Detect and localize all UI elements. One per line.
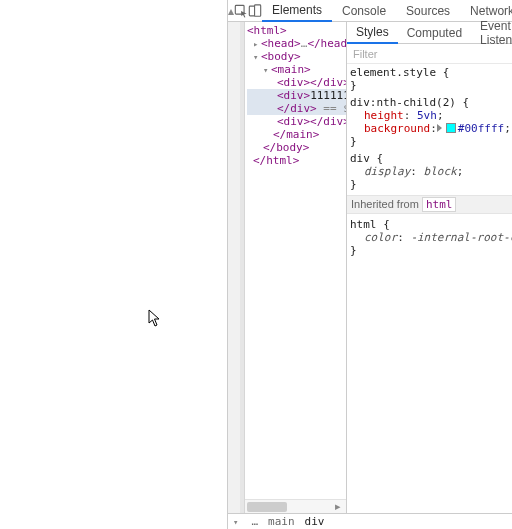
- dom-node-div2-close[interactable]: </div> == $0: [247, 102, 346, 115]
- css-rules-list[interactable]: element.style { } div:nth-child(2) { hei…: [347, 64, 512, 513]
- decl-display[interactable]: display: block;: [350, 165, 509, 178]
- breadcrumb-ellipsis[interactable]: …: [251, 515, 258, 528]
- disclosure-down-icon[interactable]: [263, 63, 271, 77]
- dom-node-main[interactable]: <main>: [247, 63, 346, 76]
- devtools-body: <html> <head>…</head> <body> <main> <div…: [228, 22, 512, 513]
- dom-node-head[interactable]: <head>…</head>: [247, 37, 346, 50]
- rule-element-style[interactable]: element.style { }: [350, 66, 509, 92]
- dom-node-div1[interactable]: <div></div>: [247, 76, 346, 89]
- tab-console[interactable]: Console: [332, 0, 396, 21]
- dom-horizontal-scrollbar[interactable]: ▸: [245, 499, 346, 513]
- disclosure-right-icon[interactable]: [253, 37, 261, 51]
- inherited-source-tag[interactable]: html: [422, 197, 457, 212]
- tab-styles[interactable]: Styles: [347, 22, 398, 44]
- inspect-element-icon[interactable]: [234, 0, 248, 21]
- devtools-top-tabbar: ▴ Elements Console Sources Network: [228, 0, 512, 22]
- tab-computed[interactable]: Computed: [398, 22, 471, 43]
- scroll-right-arrow-icon[interactable]: ▸: [332, 500, 344, 513]
- decl-height[interactable]: height: 5vh;: [350, 109, 509, 122]
- dom-tree-pane: <html> <head>…</head> <body> <main> <div…: [228, 22, 347, 513]
- decl-color[interactable]: color: -internal-root-color;: [350, 231, 509, 244]
- rule-html[interactable]: html { color: -internal-root-color; }: [350, 218, 509, 257]
- styles-pane: Styles Computed Event Listeners Filter e…: [347, 22, 512, 513]
- dom-node-body-close[interactable]: </body>: [247, 141, 346, 154]
- color-swatch-icon[interactable]: [446, 123, 456, 133]
- rule-nth-child[interactable]: div:nth-child(2) { height: 5vh; backgrou…: [350, 96, 509, 148]
- devtools-panel: ▴ Elements Console Sources Network <html…: [228, 0, 512, 529]
- dom-node-html[interactable]: <html>: [247, 24, 346, 37]
- expand-shorthand-icon[interactable]: [437, 124, 442, 132]
- mouse-cursor: [148, 309, 160, 327]
- inherited-from-bar: Inherited from html: [347, 195, 512, 214]
- dom-gutter: [228, 22, 240, 513]
- dom-node-div2-selected[interactable]: ⋯ <div>111111: [247, 89, 346, 102]
- dom-node-div3[interactable]: <div></div>: [247, 115, 346, 128]
- styles-filter-input[interactable]: Filter: [347, 44, 512, 64]
- styles-tabbar: Styles Computed Event Listeners: [347, 22, 512, 44]
- devtools-tabs: Elements Console Sources Network: [262, 0, 512, 21]
- device-toolbar-icon[interactable]: [248, 0, 262, 21]
- tab-event-listeners[interactable]: Event Listeners: [471, 22, 512, 43]
- page-viewport[interactable]: [0, 0, 228, 529]
- scrollbar-thumb[interactable]: [247, 502, 287, 512]
- breadcrumb-div[interactable]: div: [305, 515, 325, 528]
- rule-div[interactable]: div { display: block; }: [350, 152, 509, 191]
- decl-background[interactable]: background:#00ffff;: [350, 122, 509, 135]
- dom-node-main-close[interactable]: </main>: [247, 128, 346, 141]
- disclosure-down-icon[interactable]: [253, 50, 261, 64]
- dom-separator: [240, 22, 245, 513]
- tab-elements[interactable]: Elements: [262, 0, 332, 22]
- dom-node-html-close[interactable]: </html>: [247, 154, 346, 167]
- dom-breadcrumbs[interactable]: ▾ … main div: [228, 513, 512, 529]
- tab-sources[interactable]: Sources: [396, 0, 460, 21]
- breadcrumb-expand-icon[interactable]: ▾: [230, 517, 241, 527]
- breadcrumb-main[interactable]: main: [268, 515, 295, 528]
- devtools-window: ▴ Elements Console Sources Network <html…: [0, 0, 512, 529]
- dom-node-body[interactable]: <body>: [247, 50, 346, 63]
- svg-rect-2: [255, 4, 261, 15]
- dom-tree[interactable]: <html> <head>…</head> <body> <main> <div…: [245, 22, 346, 499]
